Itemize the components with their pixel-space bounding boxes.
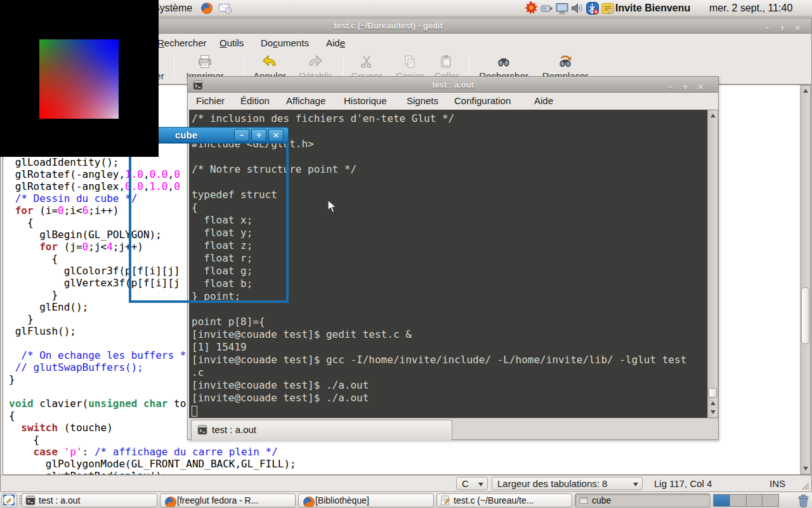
terminal-line: typedef struct <box>192 189 686 201</box>
panel-menu-systeme[interactable]: Système <box>153 3 192 14</box>
workspace-cell-1[interactable] <box>714 495 730 506</box>
terminal-line: { <box>192 201 686 214</box>
terminal-line <box>192 176 686 189</box>
display-icon[interactable] <box>555 1 569 18</box>
menu-item-configuration[interactable]: Configuration <box>454 95 511 106</box>
show-desktop-button[interactable] <box>1 493 17 507</box>
battery-icon[interactable] <box>540 1 554 18</box>
terminal-line: #include <GL/glut.h> <box>192 138 686 150</box>
taskbar-button-biblioth-que[interactable]: [Bibliothèque] <box>298 493 434 507</box>
terminal-cursor <box>192 406 197 417</box>
print-icon <box>170 54 240 69</box>
terminal-line: float b; <box>192 277 686 290</box>
code-line: case 'p': /* affichage du carre plein */ <box>9 446 296 458</box>
gedit-scrollbar[interactable] <box>800 85 811 474</box>
terminal-line: .c <box>192 366 686 379</box>
close-button[interactable]: × <box>792 23 804 33</box>
gedit-statusbar: C Largeur des tabulations: 8 Lig 117, Co… <box>1 475 811 491</box>
resize-grip[interactable] <box>801 482 810 491</box>
menu-item-aide[interactable]: Aide <box>324 36 348 50</box>
panel-username[interactable]: Invite Bienvenu <box>615 3 690 14</box>
find-icon <box>469 54 539 69</box>
terminal-tab-label: test : a.out <box>212 424 256 435</box>
terminal-line: /* inclusion des fichiers d'en-tete Glut… <box>192 112 686 125</box>
terminal-line: [invite@couade test]$ gedit test.c & <box>192 328 686 341</box>
language-value: C <box>462 478 469 489</box>
code-line: glutPostRedisplay(); <box>9 470 296 475</box>
panel-clock[interactable]: mer. 2 sept., 11:40 <box>709 3 792 14</box>
terminal-line: /* Notre structure point */ <box>192 163 686 176</box>
toolbar-separator <box>174 55 174 79</box>
trash-icon[interactable] <box>796 493 811 508</box>
terminal-line: float x; <box>192 214 686 227</box>
menu-item-édition[interactable]: Édition <box>240 95 270 106</box>
scroll-up-icon[interactable] <box>710 114 716 117</box>
firefox-icon[interactable] <box>200 1 214 15</box>
terminal-line: } point; <box>192 290 686 303</box>
menu-item-affichage[interactable]: Affichage <box>286 95 325 106</box>
terminal-line: float y; <box>192 227 686 239</box>
cursor-position: Lig 117, Col 4 <box>654 478 712 489</box>
taskbar-button-test-a-out[interactable]: test : a.out <box>22 493 157 507</box>
language-selector[interactable]: C <box>456 477 488 490</box>
code-line: glPolygonMode(GL_FRONT_AND_BACK,GL_FILL)… <box>9 458 296 470</box>
scroll-up-icon[interactable] <box>803 89 808 93</box>
menu-item-aide[interactable]: Aide <box>534 95 553 106</box>
show-desktop-icon <box>2 498 16 508</box>
terminal-line <box>192 303 686 316</box>
terminal-line: [invite@couade test]$ gcc -I/home/invite… <box>192 354 686 366</box>
tab-width-selector[interactable]: Largeur des tabulations: 8 <box>492 477 643 490</box>
terminal-line: [1] 15419 <box>192 341 686 354</box>
menu-item-outils[interactable]: Outils <box>217 36 246 50</box>
terminal-window: test : a.out –+× FichierÉditionAffichage… <box>187 76 719 440</box>
menu-item-signets[interactable]: Signets <box>407 95 438 106</box>
menu-item-documents[interactable]: Documents <box>258 36 311 50</box>
terminal-line: float g; <box>192 265 686 277</box>
maximize-button[interactable]: + <box>776 23 789 33</box>
terminal-line: point p[8]={ <box>192 316 686 328</box>
scroll-down-icon[interactable] <box>803 467 808 471</box>
workspace-cell-4[interactable] <box>763 495 778 506</box>
combo-arrow-icon <box>478 483 483 486</box>
volume-icon[interactable] <box>570 1 584 18</box>
workspace-cell-2[interactable] <box>730 495 747 506</box>
notes-icon[interactable] <box>601 1 615 18</box>
gedit-window-title: test.c (~/Bureau/test) - gedit <box>334 18 443 34</box>
bluetooth-icon[interactable] <box>586 1 599 18</box>
menu-item-historique[interactable]: Historique <box>344 95 387 106</box>
close-button[interactable]: × <box>695 82 707 92</box>
terminal-output: /* inclusion des fichiers d'en-tete Glut… <box>192 112 686 417</box>
menu-item-fichier[interactable]: Fichier <box>196 95 225 106</box>
maximize-button[interactable]: + <box>679 82 691 92</box>
workspace-switcher[interactable] <box>713 494 779 507</box>
terminal-line: float r; <box>192 252 686 265</box>
terminal-content[interactable]: /* inclusion des fichiers d'en-tete Glut… <box>189 110 718 418</box>
terminal-scrollbar[interactable] <box>707 110 718 418</box>
insert-mode: INS <box>769 478 785 489</box>
mail-icon[interactable] <box>218 1 232 15</box>
terminal-menubar: FichierÉditionAffichageHistoriqueSignets… <box>188 93 718 110</box>
workspace-cell-3[interactable] <box>747 495 763 506</box>
taskbar-button-cube[interactable]: cube <box>575 493 710 507</box>
updates-icon[interactable] <box>525 1 538 17</box>
minimize-button[interactable]: – <box>664 82 676 92</box>
minimize-button[interactable]: – <box>761 23 773 33</box>
gedit-scrollbar-thumb[interactable] <box>801 287 809 344</box>
taskbar-button-test-c-bureau-te[interactable]: test.c (~/Bureau/te... <box>436 493 572 507</box>
scroll-down-icon[interactable] <box>710 410 716 414</box>
terminal-line: float z; <box>192 239 686 252</box>
terminal-line <box>192 150 686 163</box>
taskbar-button-freeglut-fedora-r[interactable]: [freeglut fedora - R... <box>160 493 296 507</box>
replace-icon <box>530 54 600 69</box>
opengl-output-square <box>0 0 159 157</box>
combo-arrow-icon <box>633 483 638 486</box>
terminal-titlebar[interactable]: test : a.out –+× <box>188 77 718 93</box>
terminal-scrollbar-thumb[interactable] <box>709 388 717 398</box>
menu-item-rechercher[interactable]: Rechercher <box>155 36 209 50</box>
terminal-window-title: test : a.out <box>432 80 474 90</box>
mouse-cursor <box>327 199 337 214</box>
terminal-tab[interactable]: test : a.out <box>191 420 452 440</box>
opengl-gradient-quad <box>39 39 119 119</box>
terminal-line: [invite@couade test]$ ./a.out <box>192 392 686 404</box>
scroll-up-icon[interactable] <box>710 401 716 405</box>
